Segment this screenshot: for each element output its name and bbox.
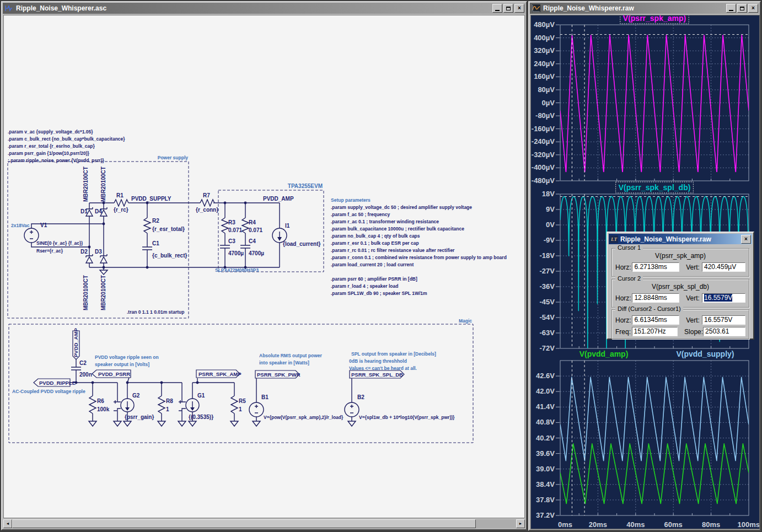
component-value[interactable]: {(0.3535)}	[189, 414, 213, 420]
voltage-source-V1[interactable]: 2x18Vac V1 SINE(0 {v_ac} {f_ac}) Rser={r…	[11, 222, 83, 254]
minimize-button[interactable]	[726, 4, 736, 13]
spice-directive[interactable]: .param SPL1W_db 90 ; speaker SPL 1W/1m	[331, 291, 427, 296]
power-supply-label[interactable]: Power supply	[158, 155, 189, 160]
component-name[interactable]: D1	[81, 208, 88, 214]
component-name[interactable]: D3	[95, 249, 102, 255]
component-name[interactable]: D2	[81, 249, 88, 255]
scrollbar-thumb[interactable]	[12, 519, 476, 528]
diode-model-label[interactable]: MBR20100CT	[100, 166, 106, 202]
component-name[interactable]: R2	[152, 218, 159, 224]
diode-model-label[interactable]: MBR20100CT	[83, 275, 89, 310]
trace-title[interactable]: V(psrr_spk_amp)	[623, 15, 686, 23]
trace-title[interactable]: V(psrr_spk_spl_db)	[619, 183, 691, 192]
component-name[interactable]: R1	[116, 192, 124, 198]
scroll-right-arrow[interactable]: ►	[516, 519, 525, 528]
schematic-titlebar[interactable]: Ripple_Noise_Whisperer.asc ×	[3, 3, 525, 14]
component-name[interactable]: I1	[285, 223, 290, 229]
component-name[interactable]: B2	[357, 394, 364, 400]
svg-text:PVDD_RIPPLE[interactable]: PVDD_RIPPLE	[39, 380, 76, 386]
component-name[interactable]: R3	[228, 219, 235, 225]
component-value[interactable]: V={pow(V(psrr_spk_amp),2)/r_load}	[264, 415, 344, 420]
component-name[interactable]: R6	[97, 398, 104, 404]
cursor1-horz-field[interactable]: 6.27138ms	[632, 262, 679, 272]
spice-directive[interactable]: ;.param ripple_noise_power {V(pvdd_psrr)…	[8, 158, 104, 163]
component-value[interactable]: 1	[166, 406, 169, 412]
setup-heading[interactable]: Setup parameters	[331, 197, 371, 203]
capacitor-C3[interactable]: C3 4700µ	[220, 238, 244, 256]
param-directives[interactable]: .param v_ac {supply_voltage_dc*1.05} .pa…	[8, 129, 125, 163]
spice-directive[interactable]: .param supply_voltage_dc 50 ; desired am…	[331, 205, 472, 210]
net-label-pvdd-supply[interactable]: PVDD_SUPPLY	[131, 196, 171, 202]
spice-directive[interactable]: .param r_esr 0.1 ; bulk cap ESR per cap	[331, 240, 419, 246]
resistor-R8[interactable]: R8 1	[158, 396, 173, 413]
component-name[interactable]: R7	[203, 192, 210, 198]
diode-model-label[interactable]: MBR20100CT	[100, 275, 106, 310]
horizontal-scrollbar[interactable]: ◄ ►	[3, 519, 525, 528]
schematic-canvas[interactable]: .param v_ac {supply_voltage_dc*1.05} .pa…	[3, 15, 525, 518]
component-value[interactable]: V={spl1w_db + 10*log10(V(psrr_spk_pwr))}	[359, 415, 455, 420]
component-value[interactable]: 4700µ	[249, 250, 264, 256]
component-value[interactable]: 0.071	[249, 227, 262, 233]
resistor-R1[interactable]: R1 {r_rc}	[114, 192, 128, 213]
component-value[interactable]: 100k	[97, 406, 110, 412]
svg-text:PVDD_AMP[interactable]: PVDD_AMP	[73, 328, 79, 357]
component-name[interactable]: D4	[95, 208, 102, 214]
close-icon[interactable]: ×	[741, 235, 751, 244]
spice-directive[interactable]: .param load_current 20 ; load current	[331, 262, 414, 267]
component-value[interactable]: {psrr_gain}	[125, 414, 154, 420]
comment-spl-1[interactable]: SPL output from speaker in [Decibels]	[351, 351, 436, 357]
component-name[interactable]: V1	[40, 222, 47, 228]
scrollbar-track[interactable]	[12, 519, 516, 528]
net-flag-pvdd-ripple[interactable]: PVDD_RIPPLE	[34, 379, 76, 386]
ground-symbol[interactable]	[100, 270, 108, 275]
component-name[interactable]: R4	[249, 219, 256, 225]
setup-parameters-block[interactable]: Setup parameters .param supply_voltage_d…	[331, 197, 507, 296]
component-value[interactable]: {r_rc}	[114, 207, 128, 213]
component-name[interactable]: C1	[152, 240, 159, 246]
spice-directive[interactable]: .param psrr_gain {1/pow(10,psrr/20)}	[8, 151, 90, 156]
component-name[interactable]: G2	[132, 393, 140, 399]
diff-horz-field[interactable]: 6.61345ms	[632, 315, 679, 325]
close-button[interactable]: ×	[514, 4, 524, 13]
component-value[interactable]: {r_esr_total}	[152, 226, 185, 232]
component-value[interactable]: 200n	[79, 372, 92, 378]
minimize-button[interactable]	[492, 4, 502, 13]
spice-directive[interactable]: .param v_ac {supply_voltage_dc*1.05}	[8, 129, 93, 135]
net-flag-pvdd-amp[interactable]: PVDD_AMP	[73, 328, 79, 359]
diff-freq-field[interactable]: 151.207Hz	[632, 327, 678, 336]
bsource-B1[interactable]: B1 V={pow(V(psrr_spk_amp),2)/r_load}	[249, 394, 344, 420]
diode-D2[interactable]: D2	[81, 249, 93, 263]
vccs-G2[interactable]: G2 {psrr_gain}	[114, 393, 154, 420]
resistor-R2[interactable]: R2 {r_esr_total}	[144, 218, 185, 233]
diode-D4[interactable]: D4	[95, 207, 107, 216]
cursor2-vert-field[interactable]: 16.5579V	[702, 293, 745, 303]
capacitor-C1[interactable]: C1 {c_bulk_rect}	[142, 240, 187, 259]
component-name[interactable]: C2	[79, 360, 87, 366]
cursor-dialog-titlebar[interactable]: LT Ripple_Noise_Whisperer.raw ×	[609, 234, 752, 244]
trace-title[interactable]: V(pvdd_supply)	[676, 350, 734, 358]
resistor-R3[interactable]: R3 0.071	[222, 218, 242, 233]
cursor1-vert-field[interactable]: 420.459µV	[702, 262, 745, 272]
spice-directive[interactable]: .param c_bulk_rect {no_bulk_cap*bulk_cap…	[8, 136, 125, 142]
diode-D3[interactable]: D3	[95, 249, 107, 263]
comment-ripple-2[interactable]: speaker output in [Volts]	[95, 362, 149, 367]
spice-directive[interactable]: .param bulk_capacitance 10000u ; rectifi…	[331, 226, 464, 232]
vccs-G1[interactable]: G1 {(0.3535)}	[179, 393, 213, 420]
svg-text:PSRR_SPK_SPL_DB[interactable]: PSRR_SPK_SPL_DB	[351, 372, 403, 378]
net-label-pvdd-amp[interactable]: PVDD_AMP	[263, 196, 294, 202]
tran-directive[interactable]: .tran 0 1.1 1 0.01m startup	[127, 309, 184, 315]
resistor-R5[interactable]: R5 1	[231, 396, 246, 413]
maximize-button[interactable]	[737, 4, 747, 13]
spice-directive[interactable]: .param r_ac 0.1 ; transformer winding re…	[331, 219, 439, 224]
component-name[interactable]: G1	[197, 393, 205, 399]
component-name[interactable]: C3	[228, 238, 235, 244]
component-value[interactable]: Rser={r_ac}	[36, 248, 63, 254]
trace-title[interactable]: V(pvdd_amp)	[579, 350, 629, 358]
scroll-left-arrow[interactable]: ◄	[3, 519, 12, 528]
diode-model-label[interactable]: MBR20100CT	[83, 166, 89, 202]
cursor-dialog[interactable]: LT Ripple_Noise_Whisperer.raw × Cursor 1…	[607, 232, 754, 340]
waveform-titlebar[interactable]: Ripple_Noise_Whisperer.raw ×	[530, 3, 759, 14]
comment-spl-2[interactable]: 0dB is hearing threshhold	[349, 358, 407, 364]
svg-text:PSRR_SPK_PWR[interactable]: PSRR_SPK_PWR	[257, 372, 300, 378]
component-value[interactable]: 4700µ	[228, 250, 244, 256]
